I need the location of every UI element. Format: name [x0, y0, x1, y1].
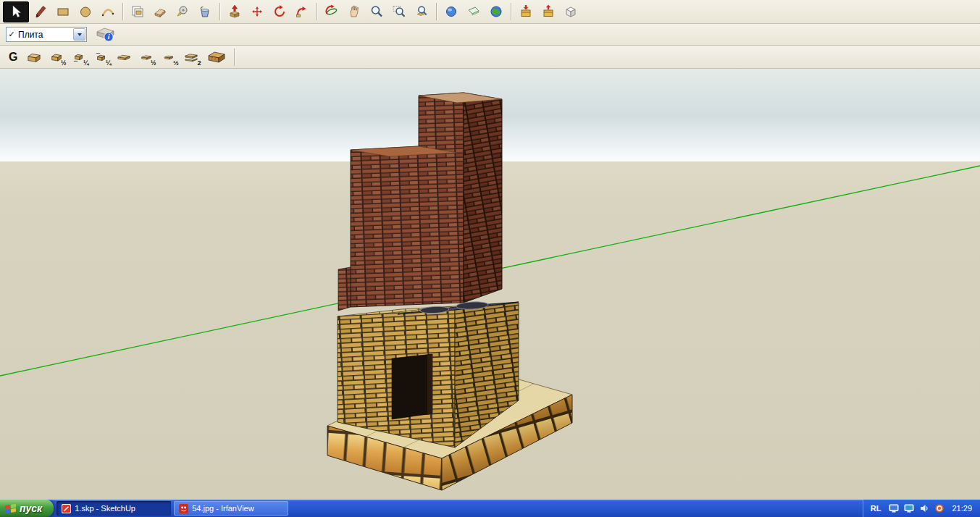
paint-bucket-tool-button[interactable]: [194, 2, 216, 22]
orbit-icon: [324, 4, 339, 19]
rotate-icon: [272, 4, 287, 19]
brick-tool-quarter-b-button[interactable]: ¼: [91, 47, 112, 67]
blue-globe-icon: [444, 4, 458, 19]
toolbar-separator: [219, 3, 220, 20]
taskbar-item-irfanview[interactable]: 54.jpg - IrfanView: [174, 501, 288, 516]
zoom-extents-icon: [414, 4, 429, 19]
components-button[interactable]: [560, 2, 582, 22]
textured-brick-icon: [207, 50, 226, 64]
toolbar-separator: [436, 3, 437, 20]
bricks-toolbar: G ½ ¼ ¼ ½ ⅓ 2: [0, 46, 980, 69]
share-models-button[interactable]: [537, 2, 559, 22]
make-component-button[interactable]: [127, 2, 148, 22]
viewport-canvas[interactable]: [0, 69, 980, 500]
section-plane-icon: [466, 4, 481, 19]
zoom-extents-tool-button[interactable]: [411, 2, 432, 22]
fraction-label: ½: [61, 59, 67, 67]
circle-icon: [78, 4, 93, 19]
chimney-right-face: [464, 93, 502, 303]
fraction-label: ½: [151, 59, 156, 67]
volume-icon[interactable]: [919, 503, 929, 513]
rotate-tool-button[interactable]: [269, 2, 290, 22]
pan-tool-button[interactable]: [343, 2, 365, 22]
tape-measure-icon: [175, 4, 190, 19]
toolbar-separator: [122, 3, 123, 20]
start-label: пуск: [20, 503, 42, 514]
google-earth-icon: [489, 4, 503, 19]
layer-combobox-value: Плита: [17, 30, 72, 40]
section-plane-button[interactable]: [463, 2, 485, 22]
row-tool-full-button[interactable]: [113, 47, 135, 67]
firebox-opening: [392, 354, 432, 419]
circle-tool-button[interactable]: [75, 2, 96, 22]
toolbar-separator: [511, 3, 511, 20]
display-icon[interactable]: [889, 503, 899, 513]
line-tool-button[interactable]: [30, 2, 51, 22]
share-models-icon: [541, 4, 556, 19]
brick-tool-full-button[interactable]: [23, 47, 45, 67]
sketchup-app-icon: [62, 504, 71, 513]
google-earth-button[interactable]: [485, 2, 507, 22]
layer-combobox[interactable]: ✓ Плита: [6, 27, 87, 42]
3d-viewport[interactable]: [0, 69, 980, 500]
zoom-tool-button[interactable]: [366, 2, 388, 22]
g-label: G: [3, 51, 22, 64]
arc-icon: [101, 4, 115, 19]
taskbar-item-sketchup[interactable]: 1.skp - SketchUp: [56, 501, 171, 516]
brick-tool-quarter-a-button[interactable]: ¼: [68, 47, 90, 67]
select-tool-button[interactable]: [3, 1, 29, 22]
irfanview-app-icon: [179, 504, 188, 513]
white-box-icon: [564, 4, 578, 19]
task-label: 54.jpg - IrfanView: [192, 504, 254, 513]
orange-app-icon[interactable]: [934, 503, 945, 513]
eraser-icon: [153, 4, 167, 19]
fraction-label: ¼: [83, 59, 89, 67]
push-pull-icon: [227, 4, 242, 19]
fraction-label: ⅓: [173, 59, 179, 67]
row-tool-third-button[interactable]: ⅓: [158, 47, 180, 67]
arc-tool-button[interactable]: [97, 2, 119, 22]
brick-tool-half-button[interactable]: ½: [46, 47, 67, 67]
pencil-icon: [33, 4, 48, 19]
follow-me-tool-button[interactable]: [291, 2, 313, 22]
move-tool-button[interactable]: [246, 2, 268, 22]
orbit-tool-button[interactable]: [321, 2, 343, 22]
combobox-dropdown-button[interactable]: [73, 28, 85, 41]
paint-bucket-icon: [198, 4, 212, 19]
firebox-inner-wall: [427, 354, 432, 415]
network-icon[interactable]: [904, 503, 914, 513]
wall-left-step: [338, 267, 351, 311]
brick-row-icon: [117, 50, 131, 64]
push-pull-tool-button[interactable]: [224, 2, 246, 22]
camera-tool-button[interactable]: [440, 2, 462, 22]
component-sheet-icon: [130, 4, 145, 19]
layer-info-button[interactable]: i: [93, 25, 117, 44]
brick-icon: [27, 50, 41, 64]
follow-me-icon: [295, 4, 309, 19]
zoom-window-tool-button[interactable]: [388, 2, 410, 22]
layer-toolbar: ✓ Плита i: [0, 24, 980, 46]
row-tool-half-button[interactable]: ½: [135, 47, 157, 67]
start-button[interactable]: пуск: [0, 500, 54, 517]
system-tray: RL 21:29: [863, 500, 980, 517]
main-toolbar: [0, 0, 980, 24]
windows-logo-icon: [5, 503, 16, 513]
get-models-button[interactable]: [515, 2, 537, 22]
eraser-tool-button[interactable]: [149, 2, 171, 22]
task-label: 1.skp - SketchUp: [75, 504, 135, 513]
rectangle-tool-button[interactable]: [52, 2, 74, 22]
toolbar-separator: [234, 49, 235, 66]
check-icon: ✓: [7, 28, 17, 41]
rectangle-icon: [56, 4, 70, 19]
select-arrow-icon: [9, 4, 23, 19]
desktop: ✓ Плита i G ½ ¼: [0, 0, 980, 517]
taskbar: пуск 1.skp - SketchUp 54.jpg - IrfanView…: [0, 500, 980, 517]
get-models-icon: [519, 4, 533, 19]
tape-measure-tool-button[interactable]: [172, 2, 193, 22]
move-arrows-icon: [250, 4, 264, 19]
row-tool-double-button[interactable]: 2: [180, 47, 202, 67]
brick-tool-textured-button[interactable]: [203, 47, 230, 67]
zoom-icon: [369, 4, 384, 19]
pan-hand-icon: [347, 4, 361, 19]
language-indicator[interactable]: RL: [871, 504, 884, 513]
